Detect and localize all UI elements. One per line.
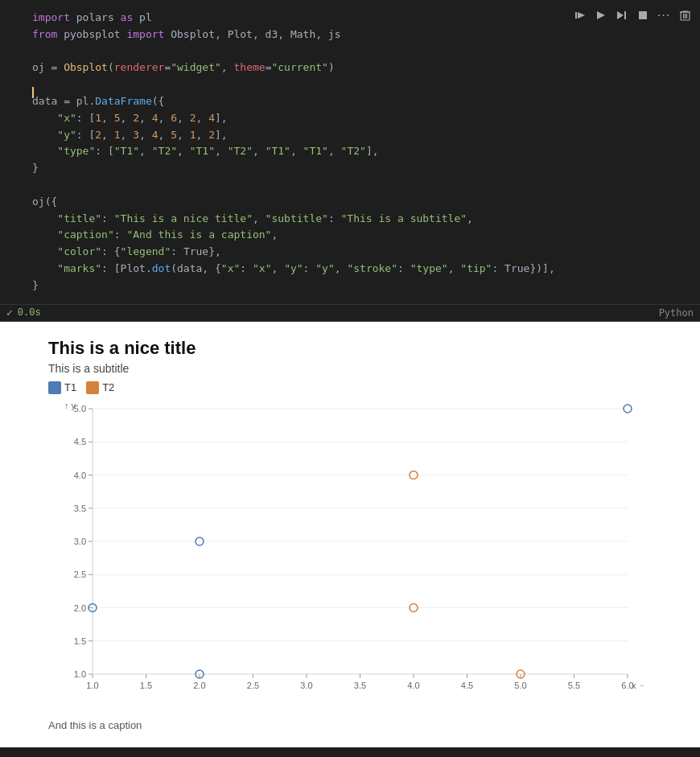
svg-text:4.5: 4.5: [74, 437, 86, 446]
status-bar: ✓ 0.0s Python: [0, 304, 700, 321]
svg-text:2.0: 2.0: [74, 603, 86, 612]
svg-text:4.0: 4.0: [74, 470, 86, 479]
svg-text:↑ y: ↑ y: [64, 401, 76, 410]
status-left: ✓ 0.0s: [6, 307, 41, 319]
svg-text:2.0: 2.0: [193, 681, 205, 690]
chart-caption: And this is a caption: [48, 719, 668, 731]
text-cursor: [32, 87, 34, 98]
svg-text:2.5: 2.5: [74, 570, 86, 579]
legend-label: T2: [102, 381, 114, 393]
check-icon: ✓: [6, 307, 13, 319]
svg-text:1.0: 1.0: [86, 681, 98, 690]
svg-text:3.5: 3.5: [354, 681, 366, 690]
svg-text:3.0: 3.0: [300, 681, 312, 690]
code-cell: ··· import polars as pl from pyobsplot i…: [0, 0, 700, 322]
output-cell: This is a nice title This is a subtitle …: [0, 322, 700, 747]
chart-subtitle: This is a subtitle: [48, 362, 668, 375]
svg-text:2.5: 2.5: [247, 681, 259, 690]
code-content: import polars as pl from pyobsplot impor…: [0, 0, 700, 304]
svg-text:4.0: 4.0: [407, 681, 419, 690]
language-indicator: Python: [659, 307, 694, 319]
legend-swatch: [48, 381, 61, 394]
legend: T1 T2: [48, 381, 668, 394]
legend-swatch: [86, 381, 99, 394]
legend-label: T1: [64, 381, 76, 393]
svg-text:1.5: 1.5: [140, 681, 152, 690]
svg-text:5.5: 5.5: [568, 681, 580, 690]
svg-text:4.5: 4.5: [461, 681, 473, 690]
svg-text:3.5: 3.5: [74, 503, 86, 512]
svg-text:x →: x →: [632, 681, 644, 690]
chart-area: 1.01.52.02.53.03.54.04.55.01.01.52.02.53…: [48, 401, 644, 714]
svg-text:3.0: 3.0: [74, 537, 86, 546]
execution-time: 0.0s: [18, 307, 41, 319]
svg-text:1.0: 1.0: [74, 669, 86, 679]
legend-item: T2: [86, 381, 114, 394]
legend-item: T1: [48, 381, 76, 394]
svg-text:1.5: 1.5: [74, 636, 86, 645]
code-editor[interactable]: import polars as pl from pyobsplot impor…: [32, 10, 690, 294]
svg-text:5.0: 5.0: [514, 681, 526, 690]
chart-title: This is a nice title: [48, 338, 668, 359]
